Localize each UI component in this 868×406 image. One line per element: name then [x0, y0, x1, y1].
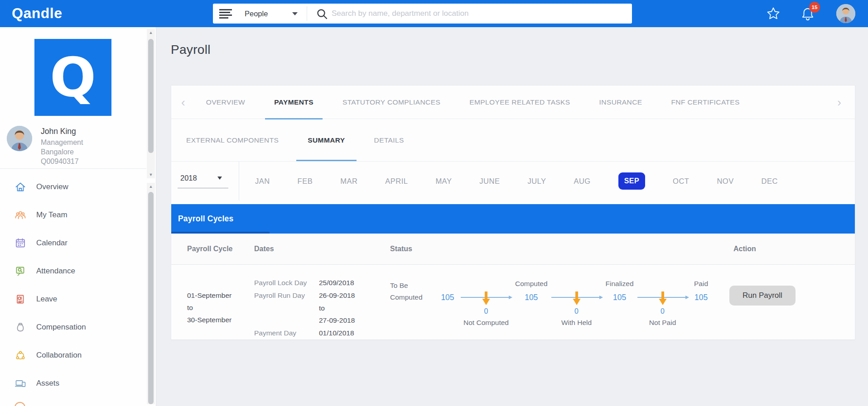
tab-overview[interactable]: OVERVIEW	[206, 86, 245, 119]
flow-node-paid: Paid 105	[692, 280, 711, 303]
flow-drop-not-computed: 0 Not Computed	[457, 280, 515, 327]
flow-node-value: 105	[694, 291, 708, 303]
top-bar: Qandle People 15	[0, 0, 868, 27]
tab-statutory-compliances[interactable]: STATUTORY COMPLIANCES	[342, 86, 440, 119]
month-june[interactable]: JUNE	[479, 177, 500, 186]
payroll-card: ‹ OVERVIEW PAYMENTS STATUTORY COMPLIANCE…	[171, 85, 855, 340]
tab-payments[interactable]: PAYMENTS	[274, 86, 313, 119]
tab-employee-related-tasks[interactable]: EMPLOYEE RELATED TASKS	[469, 86, 570, 119]
scroll-up-arrow[interactable]: ▲	[147, 183, 155, 190]
scrollbar-track[interactable]	[147, 36, 155, 171]
year-dropdown[interactable]: 2018	[178, 174, 228, 188]
chevron-left-icon[interactable]: ‹	[181, 96, 185, 108]
collaboration-icon	[14, 349, 26, 361]
sidebar: Q John King Management Bangalore Q009403…	[0, 27, 156, 406]
notification-count-badge: 15	[809, 2, 820, 13]
date-value: 26-09-2018	[319, 289, 390, 302]
sidebar-scrollbar[interactable]: ▲ ▼ ▲	[147, 29, 155, 404]
date-label: Payment Day	[254, 327, 319, 339]
column-header-payroll-cycle: Payroll Cycle	[187, 245, 254, 253]
payments-subtabs: EXTERNAL COMPONENTS SUMMARY DETAILS	[171, 119, 855, 161]
sidebar-item-collaboration[interactable]: Collaboration	[0, 341, 146, 369]
flow-drop-value: 0	[574, 307, 579, 315]
month-may[interactable]: MAY	[435, 177, 452, 186]
favorites-star-icon[interactable]	[767, 7, 780, 22]
down-arrow-icon	[658, 291, 667, 308]
tab-insurance[interactable]: INSURANCE	[599, 86, 642, 119]
flow-node-value: 105	[525, 291, 538, 303]
profile-summary: John King Management Bangalore Q00940317	[7, 126, 83, 166]
subtab-details[interactable]: DETAILS	[374, 119, 404, 161]
subtab-summary[interactable]: SUMMARY	[308, 119, 345, 161]
chevron-down-icon[interactable]	[292, 12, 298, 15]
month-oct[interactable]: OCT	[673, 177, 689, 186]
sidebar-item-assets[interactable]: Assets	[0, 369, 146, 397]
column-header-action: Action	[717, 245, 855, 253]
scrollbar-track[interactable]	[147, 190, 155, 404]
date-label: Payroll Lock Day	[254, 277, 319, 289]
subtab-external-components[interactable]: EXTERNAL COMPONENTS	[186, 119, 279, 161]
date-value: 01/10/2018	[319, 327, 390, 339]
year-value: 2018	[180, 174, 197, 182]
run-payroll-button[interactable]: Run Payroll	[729, 286, 796, 306]
month-mar[interactable]: MAR	[340, 177, 357, 186]
sidebar-item-leave[interactable]: Leave	[0, 285, 146, 313]
scrollbar-segment[interactable]: ▲ ▼	[147, 29, 155, 178]
column-header-status: Status	[390, 245, 717, 253]
scrollbar-segment[interactable]: ▲	[147, 183, 155, 404]
payroll-tabs: ‹ OVERVIEW PAYMENTS STATUTORY COMPLIANCE…	[171, 86, 855, 119]
cycle-start: 01-September	[187, 289, 254, 301]
scrollbar-thumb[interactable]	[148, 192, 154, 404]
sidebar-item-calendar[interactable]: Calendar	[0, 229, 146, 257]
profile-avatar[interactable]	[7, 126, 32, 151]
sidebar-item-partial-icon	[14, 402, 25, 406]
month-july[interactable]: JULY	[527, 177, 546, 186]
sidebar-item-overview[interactable]: Overview	[0, 173, 146, 201]
month-aug[interactable]: AUG	[574, 177, 590, 186]
date-label	[254, 314, 319, 327]
sidebar-item-my-team[interactable]: My Team	[0, 201, 146, 229]
profile-name: John King	[41, 127, 83, 136]
date-value: to	[319, 302, 390, 315]
payroll-cycle-cell: 01-September to 30-September	[187, 265, 254, 339]
month-jan[interactable]: JAN	[255, 177, 270, 186]
company-logo: Q	[34, 39, 111, 116]
chevron-right-icon[interactable]: ›	[837, 96, 841, 108]
action-cell: Run Payroll	[717, 265, 855, 339]
flow-drop-with-held: 0 With Held	[548, 280, 606, 327]
qandle-logo[interactable]: Qandle	[12, 5, 62, 22]
user-avatar[interactable]	[836, 4, 855, 23]
flow-node-to-be-computed: 105	[438, 280, 457, 303]
flow-drop-label: Not Computed	[463, 319, 509, 327]
month-april[interactable]: APRIL	[385, 177, 408, 186]
date-label: Payroll Run Day	[254, 289, 319, 302]
flow-drop-not-paid: 0 Not Paid	[634, 280, 692, 327]
year-selector-box: 2018	[171, 162, 239, 201]
global-search-bar: People	[213, 4, 632, 24]
month-nov[interactable]: NOV	[717, 177, 733, 186]
table-header-row: Payroll Cycle Dates Status Action	[171, 234, 855, 265]
scroll-down-arrow[interactable]: ▼	[147, 171, 155, 178]
team-icon	[14, 209, 26, 221]
flow-drop-label: Not Paid	[649, 319, 676, 327]
cycle-separator: to	[187, 301, 254, 314]
sidebar-item-label: Attendance	[36, 267, 75, 276]
search-icon	[316, 8, 328, 22]
sidebar-item-compensation[interactable]: Compensation	[0, 313, 146, 341]
home-icon	[14, 181, 26, 193]
flow-drop-value: 0	[661, 307, 665, 315]
search-input[interactable]	[332, 4, 622, 24]
hamburger-menu-icon[interactable]	[219, 9, 233, 21]
scrollbar-thumb[interactable]	[148, 39, 154, 153]
month-sep[interactable]: SEP	[618, 172, 646, 190]
profile-department: Management	[41, 138, 83, 147]
sidebar-item-label: Collaboration	[36, 351, 82, 360]
calendar-icon	[14, 237, 26, 249]
tab-fnf-certificates[interactable]: FNF CERTIFICATES	[671, 86, 739, 119]
month-feb[interactable]: FEB	[298, 177, 313, 186]
month-dec[interactable]: DEC	[762, 177, 778, 186]
scroll-up-arrow[interactable]: ▲	[147, 29, 155, 36]
sidebar-item-attendance[interactable]: Attendance	[0, 257, 146, 285]
flow-drop-value: 0	[484, 307, 488, 315]
search-scope-dropdown[interactable]: People	[245, 4, 268, 24]
